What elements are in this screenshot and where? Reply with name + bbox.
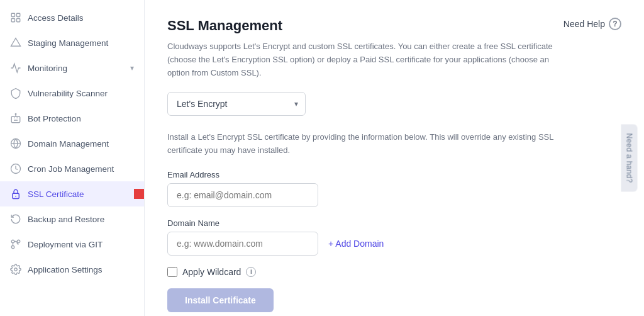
monitoring-chevron-icon: ▾: [130, 64, 134, 72]
domain-form-group: Domain Name + Add Domain: [167, 218, 621, 256]
sidebar-item-label-ssl-certificate: SSL Certificate: [28, 189, 84, 199]
red-arrow-icon: [134, 186, 145, 201]
sidebar-item-domain-management[interactable]: Domain Management: [0, 131, 144, 156]
sidebar-item-label-backup-and-restore: Backup and Restore: [28, 215, 104, 224]
staging-management-icon: [10, 37, 21, 48]
monitoring-icon: [10, 62, 21, 74]
svg-marker-4: [11, 38, 21, 47]
svg-point-11: [11, 240, 14, 243]
sidebar-item-vulnerability-scanner[interactable]: Vulnerability Scanner: [0, 81, 144, 106]
need-help-label: Need Help: [564, 19, 605, 29]
sidebar-item-label-access-details: Access Details: [28, 13, 84, 23]
wildcard-row: Apply Wildcard i: [167, 267, 621, 277]
need-a-hand-tab[interactable]: Need a hand?: [621, 125, 638, 192]
page-title: SSL Management: [167, 18, 621, 34]
svg-point-13: [11, 245, 14, 249]
ssl-arrow-indicator: [134, 186, 145, 201]
svg-rect-3: [17, 19, 20, 22]
sidebar-item-access-details[interactable]: Access Details: [0, 5, 144, 30]
need-help-button[interactable]: Need Help ?: [564, 18, 621, 30]
wildcard-info-icon[interactable]: i: [246, 267, 256, 277]
bot-protection-icon: [10, 113, 21, 124]
wildcard-label[interactable]: Apply Wildcard: [182, 267, 241, 277]
svg-rect-1: [17, 13, 20, 16]
sidebar-item-label-staging-management: Staging Management: [28, 38, 108, 48]
svg-point-14: [14, 268, 18, 271]
access-details-icon: [10, 12, 21, 23]
domain-label: Domain Name: [167, 218, 621, 228]
vulnerability-scanner-icon: [10, 87, 21, 99]
sidebar-item-label-deployment-via-git: Deployment via GIT: [28, 240, 103, 249]
add-domain-button[interactable]: + Add Domain: [328, 239, 384, 249]
svg-rect-5: [11, 116, 20, 123]
sidebar-item-label-cron-job-management: Cron Job Management: [28, 164, 114, 174]
sidebar-item-cron-job-management[interactable]: Cron Job Management: [0, 156, 144, 181]
svg-point-12: [17, 240, 20, 243]
sidebar-item-bot-protection[interactable]: Bot Protection: [0, 106, 144, 131]
sidebar-item-monitoring[interactable]: Monitoring▾: [0, 55, 144, 81]
sidebar: Access DetailsStaging ManagementMonitori…: [0, 0, 145, 316]
backup-and-restore-icon: [10, 213, 21, 225]
sidebar-item-label-vulnerability-scanner: Vulnerability Scanner: [28, 89, 108, 98]
domain-row: + Add Domain: [167, 232, 621, 256]
sidebar-item-ssl-certificate[interactable]: SSL Certificate: [0, 181, 144, 206]
application-settings-icon: [10, 264, 21, 275]
email-form-group: Email Address: [167, 170, 621, 207]
email-label: Email Address: [167, 170, 621, 179]
wildcard-checkbox[interactable]: [167, 267, 177, 277]
svg-marker-10: [134, 189, 145, 199]
sidebar-item-label-monitoring: Monitoring: [28, 64, 67, 73]
sidebar-item-label-domain-management: Domain Management: [28, 139, 109, 149]
install-certificate-button[interactable]: Install Certificate: [167, 288, 274, 312]
help-icon: ?: [609, 18, 621, 30]
email-field[interactable]: [167, 183, 318, 207]
sidebar-item-backup-and-restore[interactable]: Backup and Restore: [0, 206, 144, 232]
sidebar-item-label-bot-protection: Bot Protection: [28, 114, 81, 123]
domain-management-icon: [10, 138, 21, 149]
deployment-via-git-icon: [10, 239, 21, 250]
sidebar-item-application-settings[interactable]: Application Settings: [0, 257, 144, 282]
install-note: Install a Let's Encrypt SSL certificate …: [167, 131, 570, 157]
svg-rect-0: [11, 13, 14, 16]
svg-rect-2: [11, 19, 14, 22]
domain-field[interactable]: [167, 232, 318, 256]
sidebar-item-staging-management[interactable]: Staging Management: [0, 30, 144, 55]
sidebar-item-label-application-settings: Application Settings: [28, 265, 103, 274]
ssl-type-select[interactable]: Let's Encrypt Custom SSL: [167, 92, 306, 116]
cron-job-management-icon: [10, 163, 21, 174]
ssl-type-select-wrapper: Let's Encrypt Custom SSL ▾: [167, 92, 306, 116]
sidebar-item-deployment-via-git[interactable]: Deployment via GIT: [0, 232, 144, 257]
ssl-certificate-icon: [10, 188, 21, 200]
page-description: Cloudways supports Let's Encrypt and cus…: [167, 40, 570, 79]
main-content: Need Help ? SSL Management Cloudways sup…: [145, 0, 644, 316]
